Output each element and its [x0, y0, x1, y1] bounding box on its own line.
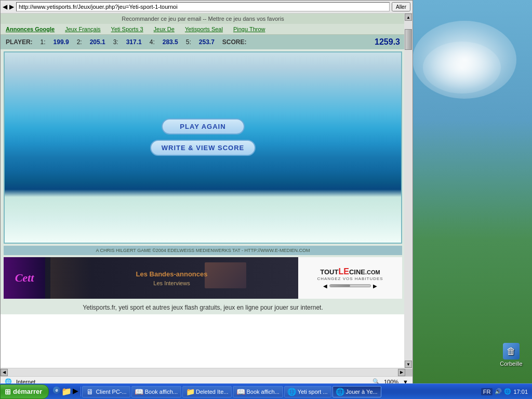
- ad-right-section[interactable]: TOUTLECINE.COM CHANGEZ VOS HABITUDES ◀ ▶: [298, 257, 402, 299]
- yeti-sport-icon: 🌐: [288, 388, 296, 396]
- taskbar-right-area: FR 🔊 🌐 17:01: [477, 388, 532, 395]
- scroll-left-arrow[interactable]: ◀: [1, 369, 8, 376]
- scroll-up-arrow[interactable]: ▲: [405, 14, 412, 21]
- score-2-val: 205.1: [90, 38, 105, 46]
- browser-content-area: Recommander ce jeu par email -- Mettre c…: [1, 14, 413, 368]
- game-area: PLAY AGAIN WRITE & VIEW SCORE: [4, 51, 402, 244]
- score-4-val: 283.5: [163, 38, 178, 46]
- game-footer: A CHRIS HILGERT GAME ©2004 EDELWEISS MED…: [4, 246, 402, 255]
- media-quick-icon[interactable]: ▶: [73, 387, 78, 396]
- nav-jeux-francais[interactable]: Jeux Français: [65, 26, 100, 32]
- ad-progress-fill: [330, 285, 350, 287]
- page-top-bar: Recommander ce jeu par email -- Mettre c…: [1, 14, 404, 24]
- start-button[interactable]: ⊞ démarrer: [0, 384, 49, 399]
- address-bar: ◀ ▶ Aller: [1, 1, 413, 14]
- score-2-num: 2:: [77, 38, 82, 46]
- ad-next-icon[interactable]: ▶: [373, 283, 377, 289]
- vertical-scrollbar[interactable]: ▲ ▼: [404, 14, 413, 368]
- ad-dot-com: .COM: [365, 269, 380, 275]
- book-1-icon: 📖: [135, 388, 143, 396]
- game-buttons: PLAY AGAIN WRITE & VIEW SCORE: [150, 118, 256, 156]
- ad-prev-icon[interactable]: ◀: [323, 283, 327, 289]
- browser-window: ◀ ▶ Aller Recommander ce jeu par email -…: [0, 0, 413, 387]
- play-again-button[interactable]: PLAY AGAIN: [162, 118, 245, 135]
- ad-right-sub: CHANGEZ VOS HABITUDES: [317, 276, 383, 281]
- taskbar-item-jouer[interactable]: 🌐 Jouer à Ye...: [332, 386, 381, 397]
- folder-quick-icon[interactable]: 📁: [61, 387, 72, 396]
- taskbar-item-book-2[interactable]: 📖 Book affich...: [233, 386, 283, 397]
- score-1-num: 1:: [41, 38, 46, 46]
- player-label: PLAYER:: [6, 38, 33, 46]
- ad-left-text: Cett: [11, 271, 38, 285]
- ad-progress: ◀ ▶: [323, 283, 377, 289]
- go-button[interactable]: Aller: [392, 2, 410, 11]
- taskbar-item-yeti-sport[interactable]: 🌐 Yeti sport ...: [284, 386, 331, 397]
- corbeille-label: Corbeille: [500, 361, 522, 367]
- score-5-val: 253.7: [199, 38, 215, 46]
- taskbar-items-area: e 📁 ▶ 🖥 Client PC-... 📖 Book affich... 📁…: [49, 386, 476, 397]
- scroll-down-arrow[interactable]: ▼: [405, 361, 412, 368]
- page-nav: Annonces Google Jeux Français Yeti Sport…: [1, 24, 404, 35]
- deleted-icon: 📁: [186, 388, 194, 396]
- ad-iron-man: [50, 257, 92, 299]
- jouer-icon: 🌐: [336, 388, 344, 396]
- score-3-num: 3:: [113, 38, 118, 46]
- score-4-num: 4:: [150, 38, 155, 46]
- bottom-text: Yetisports.fr, yeti sport et autres jeux…: [83, 304, 323, 311]
- taskbar-item-deleted-label: Deleted Ite...: [196, 389, 228, 395]
- ad-cine: CINE: [349, 268, 365, 276]
- start-label: démarrer: [13, 388, 42, 395]
- taskbar-item-client-pc[interactable]: 🖥 Client PC-...: [82, 386, 130, 397]
- taskbar-item-book-1[interactable]: 📖 Book affich...: [131, 386, 181, 397]
- scroll-h-track: [8, 369, 398, 376]
- page-content: Recommander ce jeu par email -- Mettre c…: [1, 14, 404, 314]
- forward-icon[interactable]: ▶: [9, 3, 14, 10]
- ad-le: LE: [338, 267, 349, 276]
- cloud-decoration-2: [423, 42, 501, 94]
- desktop-icon-corbeille[interactable]: 🗑 Corbeille: [496, 343, 527, 367]
- nav-annonces-google[interactable]: Annonces Google: [6, 26, 55, 32]
- nav-yeti-sports-3[interactable]: Yeti Sports 3: [111, 26, 143, 32]
- score-bar: PLAYER: 1: 199.9 2: 205.1 3: 317.1 4: 28…: [1, 35, 404, 49]
- page-bottom: Yetisports.fr, yeti sport et autres jeux…: [1, 301, 404, 314]
- taskbar-item-book-2-label: Book affich...: [246, 389, 279, 395]
- speaker-icon[interactable]: 🔊: [495, 388, 502, 395]
- taskbar-item-deleted[interactable]: 📁 Deleted Ite...: [182, 386, 232, 397]
- score-5-num: 5:: [186, 38, 191, 46]
- ad-tout: TOUT: [320, 268, 338, 276]
- ad-left-section: Cett: [4, 257, 45, 299]
- taskbar-item-jouer-label: Jouer à Ye...: [346, 389, 378, 395]
- network-icon: 🌐: [504, 388, 511, 395]
- ad-middle-section: Les Bandes-annonces Les Interviews: [45, 257, 298, 299]
- start-windows-icon: ⊞: [5, 388, 11, 396]
- quick-launch: e 📁 ▶: [51, 387, 81, 396]
- taskbar-item-client-pc-label: Client PC-...: [96, 389, 126, 395]
- taskbar-item-book-1-label: Book affich...: [145, 389, 178, 395]
- client-pc-icon: 🖥: [86, 388, 94, 396]
- game-footer-text: A CHRIS HILGERT GAME ©2004 EDELWEISS MED…: [96, 248, 310, 253]
- nav-yetisports-seal[interactable]: Yetisports Seal: [185, 26, 223, 32]
- lang-indicator: FR: [481, 388, 493, 395]
- taskbar: ⊞ démarrer e 📁 ▶ 🖥 Client PC-... 📖 Book …: [0, 383, 532, 399]
- score-3-val: 317.1: [126, 38, 142, 46]
- book-2-icon: 📖: [236, 388, 245, 396]
- taskbar-clock: 17:01: [513, 389, 528, 395]
- ad-interview-thumb: [205, 262, 246, 288]
- nav-pingu-throw[interactable]: Pingu Throw: [233, 26, 265, 32]
- score-1-val: 199.9: [54, 38, 69, 46]
- ad-middle-text1: Les Bandes-annonces: [136, 270, 208, 278]
- ad-middle-text2: Les Interviews: [153, 280, 190, 286]
- corbeille-icon: 🗑: [503, 343, 520, 360]
- ie-quick-icon[interactable]: e: [53, 387, 60, 394]
- write-view-score-button[interactable]: WRITE & VIEW SCORE: [150, 140, 256, 156]
- address-input[interactable]: [16, 2, 390, 11]
- horizontal-scrollbar[interactable]: ◀ ▶: [1, 368, 413, 376]
- ad-banner[interactable]: Cett Les Bandes-annonces Les Interviews …: [4, 257, 402, 299]
- nav-jeux-de[interactable]: Jeux De: [154, 26, 175, 32]
- ad-progress-bar: [329, 284, 371, 287]
- scroll-corner: [405, 369, 413, 376]
- scroll-thumb[interactable]: [405, 29, 412, 50]
- scroll-right-arrow[interactable]: ▶: [398, 369, 405, 376]
- back-icon[interactable]: ◀: [3, 3, 7, 10]
- score-label: SCORE:: [222, 38, 247, 46]
